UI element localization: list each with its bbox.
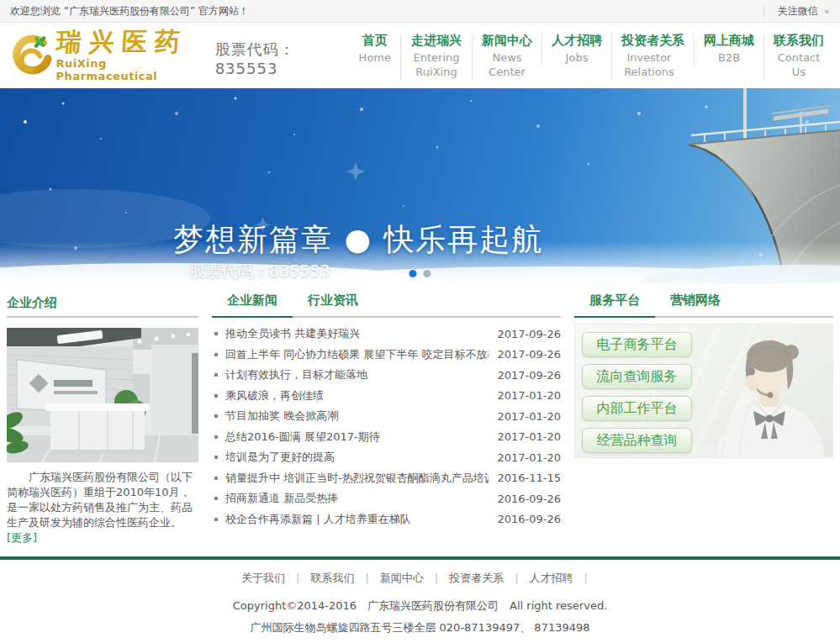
nav-label-cn: 走进瑞兴	[410, 33, 462, 49]
nav-label-cn: 人才招聘	[552, 33, 602, 49]
news-date: 2017-01-20	[497, 410, 561, 423]
logo-swirl-icon	[7, 33, 53, 78]
wechat-follow-button[interactable]: 关注微信 ∨	[763, 4, 830, 18]
bullet-icon	[214, 456, 218, 459]
copyright-text: Copyright©2014-2016 广东瑞兴医药股份有限公司 All rig…	[0, 598, 840, 614]
footer-separator: |	[354, 572, 379, 584]
tab-marketing-network[interactable]: 营销网络	[655, 293, 736, 316]
welcome-text: 欢迎您浏览 “广东瑞兴医药股份有限公司” 官方网站！	[10, 4, 249, 18]
nav-label-cn: 联系我们	[774, 33, 824, 49]
nav-label-en: Investor Relations	[621, 51, 677, 80]
nav-label-en: Contact Us	[774, 51, 824, 80]
news-tabs: 企业新闻 行业资讯	[212, 290, 561, 318]
nav-label-en: News Center	[482, 51, 532, 80]
brand-name-en: RuiXing Pharmaceutical	[56, 57, 203, 82]
news-title: 乘风破浪，再创佳绩	[225, 388, 489, 403]
news-date: 2016-09-26	[497, 513, 561, 525]
banner-stock-code: 股票代码：835553	[189, 261, 330, 282]
news-date: 2017-09-26	[497, 369, 561, 382]
bullet-icon	[214, 394, 218, 398]
news-item[interactable]: 招商新通道 新品受热捧 2016-09-26	[212, 488, 561, 509]
internal-work-platform-button[interactable]: 内部工作平台	[582, 396, 692, 421]
company-intro-title: 企业介绍	[7, 295, 57, 311]
carousel-dot-1[interactable]	[409, 270, 416, 277]
service-section: 服务平台 营销网络	[574, 290, 833, 545]
logo[interactable]: 瑞兴医药 RuiXing Pharmaceutical	[7, 29, 203, 82]
news-date: 2017-09-26	[497, 328, 561, 340]
ecommerce-platform-button[interactable]: 电子商务平台	[582, 332, 692, 357]
footer-links: 关于我们|联系我们|新闻中心|投资者关系|人才招聘|	[0, 571, 840, 586]
footer-separator: |	[424, 572, 449, 584]
nav-item-contact[interactable]: 联系我们 Contact Us	[763, 33, 833, 80]
nav-label-cn: 网上商城	[704, 33, 754, 49]
tab-company-news[interactable]: 企业新闻	[212, 293, 293, 318]
tab-industry-news[interactable]: 行业资讯	[293, 293, 373, 316]
nav-item-jobs[interactable]: 人才招聘 Jobs	[542, 33, 611, 66]
news-item[interactable]: 回首上半年 同心协力结硕果 展望下半年 咬定目标不放松 2017-09-26	[212, 345, 561, 366]
news-item[interactable]: 销量提升中 培训正当时-热烈祝贺银杏酮酯滴丸产品培训会 2016-11-15	[212, 468, 561, 489]
chevron-down-icon: ∨	[824, 8, 830, 15]
main-nav: 首页 Home 走进瑞兴 Entering RuiXing 新闻中心 News …	[350, 31, 833, 80]
footer-link-jobs[interactable]: 人才招聘	[530, 572, 573, 584]
news-title: 回首上半年 同心协力结硕果 展望下半年 咬定目标不放松	[225, 347, 489, 362]
footer-link-investor[interactable]: 投资者关系	[449, 572, 504, 584]
company-intro-section: 企业介绍	[7, 290, 198, 545]
footer: 关于我们|联系我们|新闻中心|投资者关系|人才招聘| Copyright©201…	[0, 556, 840, 643]
main-content: 企业介绍	[0, 283, 840, 545]
news-item[interactable]: 推动全员读书 共建美好瑞兴 2017-09-26	[212, 324, 561, 345]
news-item[interactable]: 乘风破浪，再创佳绩 2017-01-20	[212, 386, 561, 407]
office-lobby-photo	[7, 328, 198, 462]
nav-item-investor[interactable]: 投资者关系 Investor Relations	[611, 33, 694, 80]
tab-service-platform[interactable]: 服务平台	[574, 293, 655, 318]
header-stock-code: 股票代码：835553	[215, 40, 350, 88]
news-title: 节目加抽奖 晚会掀高潮	[225, 408, 489, 424]
footer-separator: |	[573, 572, 599, 584]
address-text: 广州国际生物岛螺旋四路五号三楼全层 020-87139497、 87139498	[0, 620, 840, 635]
bullet-icon	[214, 353, 218, 356]
news-item[interactable]: 计划有效执行，目标才能落地 2017-09-26	[212, 365, 561, 386]
news-date: 2016-09-26	[497, 493, 561, 505]
footer-separator: |	[285, 572, 310, 584]
news-date: 2017-01-20	[497, 430, 561, 443]
bullet-icon	[214, 414, 218, 418]
news-date: 2017-09-26	[497, 348, 561, 361]
footer-link-news[interactable]: 新闻中心	[380, 572, 424, 584]
nav-label-cn: 投资者关系	[621, 33, 684, 49]
news-title: 推动全员读书 共建美好瑞兴	[225, 326, 489, 341]
news-item[interactable]: 总结2016-圆满 展望2017-期待 2017-01-20	[212, 427, 561, 448]
news-date: 2016-11-15	[497, 472, 561, 484]
hero-banner[interactable]: 梦想新篇章 ● 快乐再起航 股票代码：835553	[0, 88, 840, 283]
service-tabs: 服务平台 营销网络	[574, 290, 833, 318]
carousel-dots	[409, 270, 431, 277]
news-item[interactable]: 节目加抽奖 晚会掀高潮 2017-01-20	[212, 406, 561, 427]
nav-label-en: Home	[359, 51, 391, 66]
news-item[interactable]: 校企合作再添新篇 | 人才培养重在梯队 2016-09-26	[212, 509, 561, 530]
product-variety-query-button[interactable]: 经营品种查询	[582, 428, 692, 453]
news-title: 总结2016-圆满 展望2017-期待	[225, 430, 489, 445]
news-date: 2017-01-20	[497, 451, 561, 464]
header: 瑞兴医药 RuiXing Pharmaceutical 股票代码：835553 …	[0, 23, 840, 88]
bullet-icon	[214, 477, 218, 480]
company-intro-header: 企业介绍	[7, 290, 198, 318]
nav-item-about[interactable]: 走进瑞兴 Entering RuiXing	[400, 33, 472, 80]
bullet-icon	[214, 373, 218, 377]
more-link[interactable]: [更多]	[7, 531, 37, 544]
footer-link-contact[interactable]: 联系我们	[310, 572, 354, 584]
flow-query-service-button[interactable]: 流向查询服务	[582, 364, 692, 389]
news-title: 销量提升中 培训正当时-热烈祝贺银杏酮酯滴丸产品培训会	[225, 471, 489, 486]
nav-item-news[interactable]: 新闻中心 News Center	[472, 33, 542, 80]
bullet-icon	[214, 435, 218, 439]
news-section: 企业新闻 行业资讯 推动全员读书 共建美好瑞兴 2017-09-26 回首上半年…	[212, 290, 561, 545]
office-lobby-illustration	[7, 328, 198, 462]
banner-headline: 梦想新篇章 ● 快乐再起航	[173, 219, 543, 261]
page: 欢迎您浏览 “广东瑞兴医药股份有限公司” 官方网站！ 关注微信 ∨ 瑞兴医药	[0, 0, 840, 643]
carousel-dot-2[interactable]	[423, 270, 431, 277]
nav-label-en: B2B	[704, 51, 754, 66]
bullet-icon	[214, 518, 218, 521]
nav-item-home[interactable]: 首页 Home	[350, 33, 400, 66]
news-item[interactable]: 培训是为了更好的提高 2017-01-20	[212, 447, 561, 468]
news-list: 推动全员读书 共建美好瑞兴 2017-09-26 回首上半年 同心协力结硕果 展…	[212, 324, 561, 530]
bullet-icon	[214, 332, 218, 335]
footer-link-about[interactable]: 关于我们	[241, 572, 285, 584]
nav-item-mall[interactable]: 网上商城 B2B	[694, 33, 763, 66]
